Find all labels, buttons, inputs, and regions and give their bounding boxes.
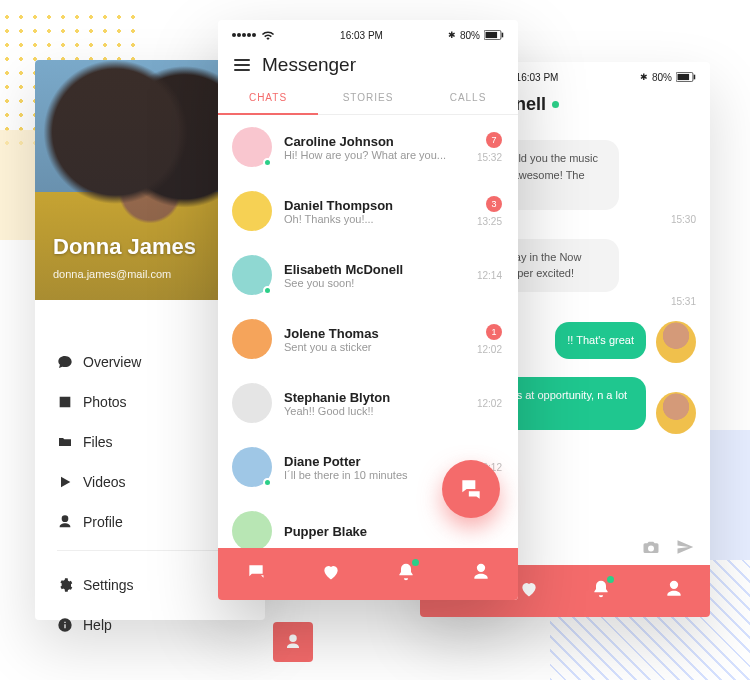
chat-item[interactable]: Caroline JohnsonHi! How are you? What ar… [218, 115, 518, 179]
status-battery: ✱ 80% [640, 72, 696, 83]
nav-notifications[interactable] [396, 562, 416, 586]
send-icon[interactable] [676, 538, 694, 556]
chat-name: Elisabeth McDonell [284, 262, 465, 277]
mini-profile-chip [273, 622, 313, 662]
tab-stories[interactable]: STORIES [318, 82, 418, 114]
profile-email: donna.james@mail.com [53, 268, 171, 280]
menu-profile[interactable]: Profile [57, 502, 243, 542]
chat-item[interactable]: Daniel ThompsonOh! Thanks you!... 313:25 [218, 179, 518, 243]
online-dot-icon [263, 478, 272, 487]
unread-badge: 7 [486, 132, 502, 148]
avatar [232, 447, 272, 487]
nav-favorites[interactable] [519, 579, 539, 603]
menu-label: Overview [83, 354, 141, 370]
app-title-row: Messenger [218, 46, 518, 82]
app-title: Messenger [262, 54, 356, 76]
avatar [232, 127, 272, 167]
chat-time: 12:14 [477, 270, 502, 281]
menu-label: Videos [83, 474, 126, 490]
chat-item[interactable]: Elisabeth McDonellSee you soon! 12:14 [218, 243, 518, 307]
unread-badge: 1 [486, 324, 502, 340]
wifi-icon [261, 30, 275, 40]
nav-favorites[interactable] [321, 562, 341, 586]
chat-time: 13:25 [477, 216, 502, 227]
chat-preview: Sent you a sticker [284, 341, 465, 353]
chat-name: Pupper Blake [284, 524, 490, 539]
menu-icon[interactable] [234, 59, 250, 71]
menu-files[interactable]: Files [57, 422, 243, 462]
messenger-screen: 16:03 PM ✱ 80% Messenger CHATS STORIES C… [218, 20, 518, 600]
status-time: 16:03 PM [340, 30, 383, 41]
menu-label: Photos [83, 394, 127, 410]
bottom-nav [218, 548, 518, 600]
new-chat-button[interactable] [442, 460, 500, 518]
menu-videos[interactable]: Videos [57, 462, 243, 502]
chat-preview: I´ll be there in 10 minutes [284, 469, 465, 481]
online-dot-icon [263, 286, 272, 295]
avatar [232, 255, 272, 295]
chat-time: 15:32 [477, 152, 502, 163]
menu-photos[interactable]: Photos [57, 382, 243, 422]
menu-label: Settings [83, 577, 134, 593]
chat-preview: See you soon! [284, 277, 465, 289]
nav-notifications[interactable] [591, 579, 611, 603]
signal-icon [232, 30, 275, 40]
chat-name: Jolene Thomas [284, 326, 465, 341]
menu-settings[interactable]: Settings [57, 565, 243, 605]
status-time: 16:03 PM [516, 72, 559, 83]
nav-profile[interactable] [664, 579, 684, 603]
status-bar: 16:03 PM ✱ 80% [218, 20, 518, 46]
chat-preview: Hi! How are you? What are you... [284, 149, 465, 161]
menu-label: Files [83, 434, 113, 450]
info-icon [57, 617, 73, 633]
chat-name: Stephanie Blyton [284, 390, 465, 405]
unread-badge: 3 [486, 196, 502, 212]
online-dot-icon [552, 101, 559, 108]
svg-rect-1 [678, 74, 690, 80]
chat-name: Diane Potter [284, 454, 465, 469]
tab-chats[interactable]: CHATS [218, 82, 318, 115]
chat-item[interactable]: Stephanie BlytonYeah!! Good luck!! 12:02 [218, 371, 518, 435]
menu-overview[interactable]: Overview [57, 342, 243, 382]
person-icon [57, 514, 73, 530]
avatar [656, 321, 696, 363]
avatar [656, 392, 696, 434]
outgoing-message: !! That's great [555, 322, 646, 359]
chat-preview: Yeah!! Good luck!! [284, 405, 465, 417]
chat-icon [57, 354, 73, 370]
chat-bubbles-icon [458, 476, 484, 502]
tab-bar: CHATS STORIES CALLS [218, 82, 518, 115]
svg-rect-5 [502, 33, 504, 38]
camera-icon[interactable] [642, 538, 660, 556]
nav-profile[interactable] [471, 562, 491, 586]
chat-name: Daniel Thompson [284, 198, 465, 213]
svg-rect-4 [486, 32, 498, 38]
menu-label: Help [83, 617, 112, 633]
tab-calls[interactable]: CALLS [418, 82, 518, 114]
avatar [232, 383, 272, 423]
gear-icon [57, 577, 73, 593]
play-icon [57, 474, 73, 490]
status-battery: ✱ 80% [448, 30, 504, 41]
online-dot-icon [263, 158, 272, 167]
profile-name: Donna James [53, 234, 196, 260]
menu-help[interactable]: Help [57, 605, 243, 645]
avatar [232, 319, 272, 359]
chat-time: 12:02 [477, 344, 502, 355]
chat-item[interactable]: Jolene ThomasSent you a sticker 112:02 [218, 307, 518, 371]
svg-rect-2 [694, 75, 696, 80]
chat-preview: Oh! Thanks you!... [284, 213, 465, 225]
image-icon [57, 394, 73, 410]
avatar [232, 511, 272, 551]
nav-chats[interactable] [246, 562, 266, 586]
chat-time: 12:02 [477, 398, 502, 409]
folder-icon [57, 434, 73, 450]
divider [57, 550, 243, 551]
menu-label: Profile [83, 514, 123, 530]
chat-name: Caroline Johnson [284, 134, 465, 149]
avatar [232, 191, 272, 231]
